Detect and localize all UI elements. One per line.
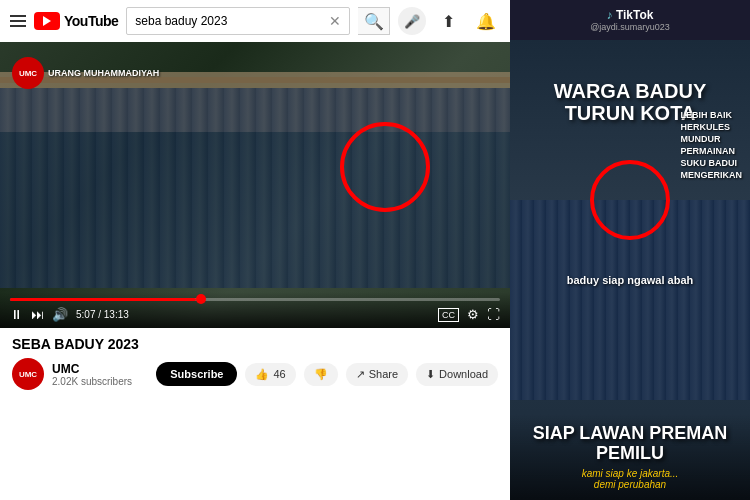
- settings-button[interactable]: ⚙: [467, 307, 479, 322]
- channel-name: UMC: [52, 362, 148, 376]
- channel-row: UMC UMC 2.02K subscribers Subscribe 👍 46…: [12, 358, 498, 390]
- video-frame: UMC URANG MUHAMMADIYAH: [0, 42, 510, 328]
- video-info: SEBA BADUY 2023 UMC UMC 2.02K subscriber…: [0, 328, 510, 500]
- dislike-icon: 👎: [314, 368, 328, 381]
- share-button[interactable]: ↗ Share: [346, 363, 408, 386]
- overlay-item-1: LEBIH BAIK: [680, 110, 742, 120]
- tiktok-caption: baduy siap ngawal abah: [518, 270, 742, 288]
- overlay-item-6: MENGERIKAN: [680, 170, 742, 180]
- notifications-button[interactable]: 🔔: [472, 7, 500, 35]
- like-icon: 👍: [255, 368, 269, 381]
- overlay-item-3: MUNDUR: [680, 134, 742, 144]
- like-count: 46: [273, 368, 285, 380]
- controls-row: ⏸ ⏭ 🔊 5:07 / 13:13 CC ⚙ ⛶: [10, 307, 500, 322]
- youtube-header: YouTube ✕ 🔍 🎤 ⬆ 🔔: [0, 0, 510, 42]
- umc-watermark: UMC URANG MUHAMMADIYAH: [12, 57, 159, 89]
- youtube-logo: YouTube: [34, 12, 118, 30]
- clear-search-button[interactable]: ✕: [329, 13, 341, 29]
- tiktok-logo: ♪ TikTok: [607, 8, 654, 22]
- progress-bar[interactable]: [10, 298, 500, 301]
- umc-logo: UMC: [12, 57, 44, 89]
- subscribe-button[interactable]: Subscribe: [156, 362, 237, 386]
- next-button[interactable]: ⏭: [31, 307, 44, 322]
- hamburger-menu[interactable]: [10, 15, 26, 27]
- share-icon: ↗: [356, 368, 365, 381]
- warga-baduy-text: WARGA BADUY: [510, 80, 750, 102]
- mic-icon: 🎤: [404, 14, 420, 29]
- crowd-bg: [0, 88, 510, 288]
- fullscreen-button[interactable]: ⛶: [487, 307, 500, 322]
- main-container: YouTube ✕ 🔍 🎤 ⬆ 🔔: [0, 0, 750, 500]
- download-button[interactable]: ⬇ Download: [416, 363, 498, 386]
- search-input[interactable]: [135, 14, 329, 28]
- video-player[interactable]: UMC URANG MUHAMMADIYAH ⏸ ⏭ 🔊 5:07 / 13:1…: [0, 42, 510, 328]
- overlay-item-4: PERMAINAN: [680, 146, 742, 156]
- cc-button[interactable]: CC: [438, 308, 459, 322]
- header-actions: ⬆ 🔔: [434, 7, 500, 35]
- tiktok-bottom-overlay: SIAP LAWAN PREMAN PEMILU kami siap ke ja…: [510, 414, 750, 500]
- progress-fill: [10, 298, 196, 301]
- dislike-button[interactable]: 👎: [304, 363, 338, 386]
- caption-text: baduy siap ngawal abah: [567, 274, 694, 286]
- channel-subscribers: 2.02K subscribers: [52, 376, 148, 387]
- channel-avatar: UMC: [12, 358, 44, 390]
- tiktok-video[interactable]: WARGA BADUY TURUN KOTA LEBIH BAIK HERKUL…: [510, 40, 750, 500]
- upload-icon: ⬆: [442, 12, 455, 31]
- channel-info: UMC 2.02K subscribers: [52, 362, 148, 387]
- siap-lawan-text: SIAP LAWAN PREMAN PEMILU: [520, 424, 740, 464]
- tiktok-icon: ♪: [607, 8, 613, 22]
- youtube-panel: YouTube ✕ 🔍 🎤 ⬆ 🔔: [0, 0, 510, 500]
- kami-siap-text: kami siap ke jakarta... demi perubahan: [520, 468, 740, 490]
- umc-text: URANG MUHAMMADIYAH: [48, 68, 159, 78]
- upload-button[interactable]: ⬆: [434, 7, 462, 35]
- time-display: 5:07 / 13:13: [76, 309, 129, 320]
- tiktok-panel: ♪ TikTok @jaydi.sumaryu023 WARGA BADUY T…: [510, 0, 750, 500]
- voice-search-button[interactable]: 🎤: [398, 7, 426, 35]
- notification-icon: 🔔: [476, 12, 496, 31]
- progress-dot: [196, 294, 206, 304]
- highlight-circle: [340, 122, 430, 212]
- youtube-icon: [34, 12, 60, 30]
- search-container: ✕: [126, 7, 350, 35]
- tiktok-highlight-circle: [590, 160, 670, 240]
- volume-button[interactable]: 🔊: [52, 307, 68, 322]
- youtube-wordmark: YouTube: [64, 13, 118, 29]
- video-title: SEBA BADUY 2023: [12, 336, 498, 352]
- tiktok-username: @jaydi.sumaryu023: [590, 22, 670, 32]
- video-controls: ⏸ ⏭ 🔊 5:07 / 13:13 CC ⚙ ⛶: [0, 292, 510, 328]
- download-icon: ⬇: [426, 368, 435, 381]
- right-overlay-items: LEBIH BAIK HERKULES MUNDUR PERMAINAN SUK…: [680, 110, 742, 180]
- overlay-item-5: SUKU BADUI: [680, 158, 742, 168]
- pause-button[interactable]: ⏸: [10, 307, 23, 322]
- overlay-item-2: HERKULES: [680, 122, 742, 132]
- like-button[interactable]: 👍 46: [245, 363, 295, 386]
- action-buttons: 👍 46 👎 ↗ Share ⬇ Download: [245, 363, 498, 386]
- tiktok-header: ♪ TikTok @jaydi.sumaryu023: [510, 0, 750, 40]
- search-button[interactable]: 🔍: [358, 7, 390, 35]
- search-icon: 🔍: [364, 12, 384, 31]
